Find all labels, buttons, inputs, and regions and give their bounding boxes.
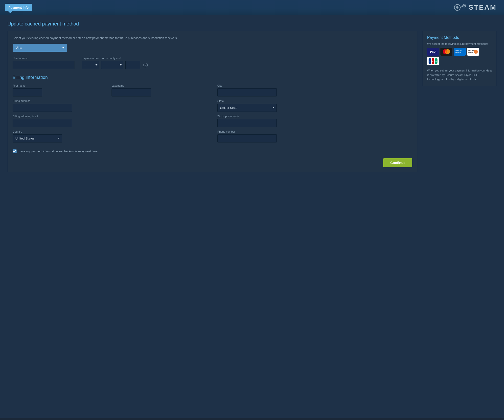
billing-address-input[interactable]	[13, 104, 72, 112]
billing-address2-label: Billing address, line 2	[13, 115, 207, 118]
country-label: Country	[13, 130, 207, 133]
cvv-input[interactable]	[125, 61, 140, 69]
billing-right-col: City State Select State AlabamaAlaskaAri…	[217, 84, 412, 142]
city-group: City	[217, 84, 412, 96]
phone-label: Phone number	[217, 130, 412, 133]
billing-address2-input[interactable]	[13, 119, 72, 127]
payment-methods-title: Payment Methods	[427, 35, 492, 40]
card-section: Card number Expiration date and security…	[13, 57, 412, 69]
zip-group: Zip or postal code	[217, 115, 412, 127]
svg-text:AMERICAN: AMERICAN	[456, 50, 462, 51]
description-text: Select your existing cached payment meth…	[13, 36, 412, 40]
state-select[interactable]: Select State AlabamaAlaskaArizona Arkans…	[217, 104, 277, 112]
svg-point-14	[474, 50, 478, 54]
expiry-year-select[interactable]: ---- 202420252026 202720282029 2030	[101, 61, 123, 69]
discover-card-icon: DISCOVER NETWORK	[467, 48, 479, 56]
card-number-group: Card number	[13, 57, 74, 69]
expiry-group: Expiration date and security code -- 010…	[82, 57, 148, 69]
country-group: Country United States Canada United King…	[13, 130, 207, 142]
card-icons-row: VISA AMERICAN EXPRESS	[427, 48, 492, 65]
zip-input[interactable]	[217, 119, 277, 127]
main-content: Update cached payment method Select your…	[0, 15, 504, 418]
page-title: Update cached payment method	[7, 21, 497, 27]
visa-card-icon: VISA	[427, 48, 439, 56]
phone-input[interactable]	[217, 134, 277, 142]
billing-address-label: Billing address	[13, 99, 207, 102]
expiry-month-select[interactable]: -- 010203 040506 070809 101112	[82, 61, 99, 69]
svg-text:NETWORK: NETWORK	[468, 52, 473, 53]
right-panel: Payment Methods We accept the following …	[422, 31, 497, 86]
billing-title: Billing information	[13, 75, 412, 80]
svg-point-1	[456, 6, 458, 9]
amex-card-icon: AMERICAN EXPRESS	[454, 48, 466, 56]
svg-rect-8	[454, 48, 465, 55]
expiry-fields: -- 010203 040506 070809 101112 ---- 2024…	[82, 61, 148, 69]
svg-point-4	[463, 5, 465, 6]
card-number-label: Card number	[13, 57, 74, 60]
name-row: First name Last name	[13, 84, 207, 96]
jcb-card-icon: J C B	[427, 57, 439, 65]
billing-left-col: First name Last name Billing address	[13, 84, 207, 142]
save-checkbox-label: Save my payment information so checkout …	[19, 150, 97, 153]
cvv-help-icon[interactable]: ?	[143, 63, 148, 67]
expiry-label: Expiration date and security code	[82, 57, 148, 60]
last-name-input[interactable]	[112, 88, 151, 96]
billing-columns: First name Last name Billing address	[13, 84, 412, 142]
country-select[interactable]: United States Canada United Kingdom Germ…	[13, 134, 62, 142]
payment-method-select[interactable]: Visa Mastercard American Express Discove…	[13, 44, 67, 52]
mastercard-card-icon	[440, 48, 452, 56]
left-panel: Select your existing cached payment meth…	[7, 31, 417, 172]
save-checkbox-row: Save my payment information so checkout …	[13, 149, 412, 153]
continue-row: Continue	[13, 158, 412, 167]
phone-group: Phone number	[217, 130, 412, 142]
first-name-group: First name	[13, 84, 109, 96]
state-group: State Select State AlabamaAlaskaArizona …	[217, 99, 412, 112]
billing-address2-group: Billing address, line 2	[13, 115, 207, 127]
zip-label: Zip or postal code	[217, 115, 412, 118]
continue-button[interactable]: Continue	[383, 158, 412, 167]
steam-logo: STEAM	[452, 3, 497, 11]
first-name-input[interactable]	[13, 88, 42, 96]
city-input[interactable]	[217, 88, 277, 96]
state-label: State	[217, 99, 412, 102]
payment-info-badge: Payment Info	[5, 4, 32, 11]
save-checkbox[interactable]	[13, 149, 17, 153]
ssl-text: When you submit your payment information…	[427, 69, 492, 82]
steam-logo-text: STEAM	[469, 3, 497, 11]
steam-logo-icon	[452, 4, 467, 11]
card-number-input[interactable]	[13, 61, 74, 69]
content-layout: Select your existing cached payment meth…	[7, 31, 497, 172]
accept-text: We accept the following secure payment m…	[427, 42, 492, 45]
first-name-label: First name	[13, 84, 109, 87]
last-name-label: Last name	[112, 84, 207, 87]
svg-text:DISCOVER: DISCOVER	[468, 50, 474, 51]
header: Payment Info STEAM	[0, 0, 504, 15]
billing-address-group: Billing address	[13, 99, 207, 112]
last-name-group: Last name	[112, 84, 207, 96]
city-label: City	[217, 84, 412, 87]
svg-text:EXPRESS: EXPRESS	[456, 52, 461, 53]
